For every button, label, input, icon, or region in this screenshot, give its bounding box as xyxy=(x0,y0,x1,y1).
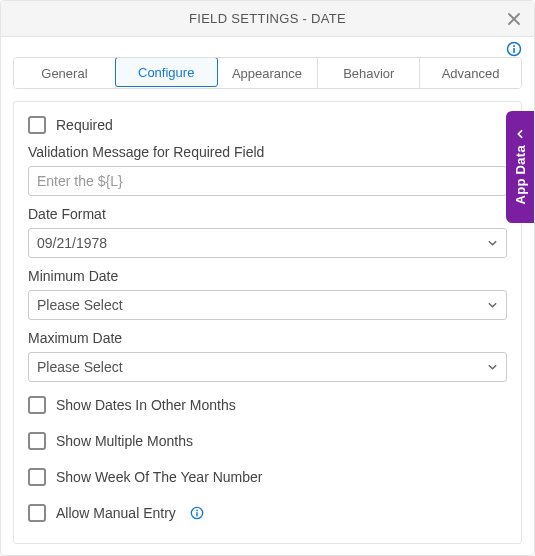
info-icon[interactable] xyxy=(506,41,522,57)
chevron-down-icon xyxy=(487,362,498,373)
allow-manual-entry-label: Allow Manual Entry xyxy=(56,505,176,521)
allow-manual-entry-row: Allow Manual Entry xyxy=(28,504,507,522)
tab-behavior[interactable]: Behavior xyxy=(318,58,420,88)
minimum-date-label: Minimum Date xyxy=(28,268,507,284)
validation-message-input[interactable] xyxy=(28,166,507,196)
svg-rect-2 xyxy=(513,48,515,53)
maximum-date-label: Maximum Date xyxy=(28,330,507,346)
tab-advanced[interactable]: Advanced xyxy=(420,58,521,88)
show-other-months-checkbox[interactable] xyxy=(28,396,46,414)
field-settings-modal: FIELD SETTINGS - DATE General Configure … xyxy=(0,0,535,556)
tabs: General Configure Appearance Behavior Ad… xyxy=(13,57,522,89)
tab-appearance[interactable]: Appearance xyxy=(217,58,319,88)
svg-point-1 xyxy=(513,45,515,47)
validation-message-label: Validation Message for Required Field xyxy=(28,144,507,160)
svg-rect-5 xyxy=(196,512,197,516)
show-multiple-months-checkbox[interactable] xyxy=(28,432,46,450)
app-data-panel-toggle[interactable]: App Data xyxy=(506,111,534,223)
show-week-number-label: Show Week Of The Year Number xyxy=(56,469,262,485)
chevron-down-icon xyxy=(487,238,498,249)
allow-manual-entry-checkbox[interactable] xyxy=(28,504,46,522)
close-button[interactable] xyxy=(504,9,524,29)
maximum-date-value: Please Select xyxy=(37,359,123,375)
show-other-months-label: Show Dates In Other Months xyxy=(56,397,236,413)
tab-general[interactable]: General xyxy=(14,58,116,88)
minimum-date-value: Please Select xyxy=(37,297,123,313)
show-week-number-checkbox[interactable] xyxy=(28,468,46,486)
show-week-number-row: Show Week Of The Year Number xyxy=(28,468,507,486)
date-format-value: 09/21/1978 xyxy=(37,235,107,251)
tabs-container: General Configure Appearance Behavior Ad… xyxy=(1,55,534,89)
info-row xyxy=(1,37,534,55)
close-icon xyxy=(506,11,522,27)
chevron-down-icon xyxy=(487,300,498,311)
date-format-select[interactable]: 09/21/1978 xyxy=(28,228,507,258)
configure-panel: Required Validation Message for Required… xyxy=(13,101,522,544)
tab-configure[interactable]: Configure xyxy=(115,57,218,87)
info-icon[interactable] xyxy=(190,506,204,520)
required-label: Required xyxy=(56,117,113,133)
show-multiple-months-label: Show Multiple Months xyxy=(56,433,193,449)
modal-title: FIELD SETTINGS - DATE xyxy=(189,11,346,26)
modal-header: FIELD SETTINGS - DATE xyxy=(1,1,534,37)
app-data-label: App Data xyxy=(513,145,528,204)
options-group: Show Dates In Other Months Show Multiple… xyxy=(28,396,507,530)
svg-point-4 xyxy=(196,510,198,512)
required-checkbox[interactable] xyxy=(28,116,46,134)
show-other-months-row: Show Dates In Other Months xyxy=(28,396,507,414)
show-multiple-months-row: Show Multiple Months xyxy=(28,432,507,450)
minimum-date-select[interactable]: Please Select xyxy=(28,290,507,320)
chevron-left-icon xyxy=(515,129,525,139)
date-format-label: Date Format xyxy=(28,206,507,222)
required-row: Required xyxy=(28,116,507,134)
maximum-date-select[interactable]: Please Select xyxy=(28,352,507,382)
